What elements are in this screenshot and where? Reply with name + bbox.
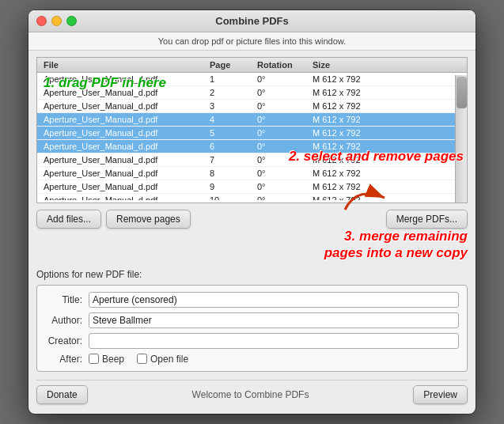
scrollbar[interactable] xyxy=(455,75,467,203)
titlebar: Combine PDFs xyxy=(28,10,476,32)
beep-checkbox[interactable] xyxy=(89,354,99,364)
col-file: File xyxy=(40,59,207,70)
title-input[interactable] xyxy=(89,292,459,308)
add-files-button[interactable]: Add files... xyxy=(36,210,101,229)
open-file-label: Open file xyxy=(150,354,188,365)
cell-size: M 612 x 792 xyxy=(309,168,464,179)
table-header: File Page Rotation Size xyxy=(37,58,467,73)
cell-rotation: 0° xyxy=(254,127,309,138)
table-body[interactable]: Aperture_User_Manual_d.pdf 1 0° M 612 x … xyxy=(37,73,467,200)
scrollbar-thumb[interactable] xyxy=(457,77,467,108)
close-button[interactable] xyxy=(36,16,47,26)
cell-file: Aperture_User_Manual_d.pdf xyxy=(40,114,207,125)
cell-rotation: 0° xyxy=(254,168,309,179)
file-table[interactable]: File Page Rotation Size Aperture_User_Ma… xyxy=(36,57,468,203)
cell-page: 1 xyxy=(207,74,254,85)
table-row[interactable]: Aperture_User_Manual_d.pdf 7 0° M 612 x … xyxy=(37,153,467,167)
arrow-icon xyxy=(341,182,388,214)
cell-size: M 612 x 792 xyxy=(309,114,464,125)
footer: Donate Welcome to Combine PDFs Preview xyxy=(36,380,468,407)
cell-rotation: 0° xyxy=(254,154,309,165)
table-row[interactable]: Aperture_User_Manual_d.pdf 2 0° M 612 x … xyxy=(37,86,467,100)
cell-page: 5 xyxy=(207,127,254,138)
cell-rotation: 0° xyxy=(254,181,309,192)
cell-page: 2 xyxy=(207,87,254,98)
remove-pages-button[interactable]: Remove pages xyxy=(106,210,191,229)
table-row[interactable]: Aperture_User_Manual_d.pdf 1 0° M 612 x … xyxy=(37,73,467,86)
author-row: Author: xyxy=(45,312,459,328)
author-input[interactable] xyxy=(89,312,459,328)
cell-rotation: 0° xyxy=(254,74,309,85)
preview-button[interactable]: Preview xyxy=(413,385,468,404)
cell-file: Aperture_User_Manual_d.pdf xyxy=(40,74,207,85)
cell-rotation: 0° xyxy=(254,141,309,152)
left-buttons: Add files... Remove pages xyxy=(36,210,191,229)
table-row[interactable]: Aperture_User_Manual_d.pdf 10 0° M 612 x… xyxy=(37,194,467,200)
title-label: Title: xyxy=(45,294,89,305)
maximize-button[interactable] xyxy=(66,16,77,26)
cell-file: Aperture_User_Manual_d.pdf xyxy=(40,168,207,179)
col-page: Page xyxy=(207,59,254,70)
cell-rotation: 0° xyxy=(254,87,309,98)
cell-file: Aperture_User_Manual_d.pdf xyxy=(40,87,207,98)
author-label: Author: xyxy=(45,315,89,326)
table-row[interactable]: Aperture_User_Manual_d.pdf 5 0° M 612 x … xyxy=(37,127,467,140)
cell-size: M 612 x 792 xyxy=(309,87,464,98)
cell-file: Aperture_User_Manual_d.pdf xyxy=(40,100,207,112)
cell-page: 7 xyxy=(207,154,254,165)
options-section: Options for new PDF file: Title: Author:… xyxy=(36,269,468,372)
cell-file: Aperture_User_Manual_d.pdf xyxy=(40,181,207,192)
cell-page: 3 xyxy=(207,100,254,112)
annotation3-container: 3. merge remainingpages into a new copy xyxy=(36,229,468,261)
cell-page: 4 xyxy=(207,114,254,125)
cell-page: 9 xyxy=(207,181,254,192)
merge-pdfs-button[interactable]: Merge PDFs... xyxy=(386,210,468,229)
creator-row: Creator: xyxy=(45,333,459,349)
cell-file: Aperture_User_Manual_d.pdf xyxy=(40,141,207,152)
cell-size: M 612 x 792 xyxy=(309,154,464,165)
cell-page: 8 xyxy=(207,168,254,179)
cell-rotation: 0° xyxy=(254,114,309,125)
table-row[interactable]: Aperture_User_Manual_d.pdf 6 0° M 612 x … xyxy=(37,140,467,153)
title-row: Title: xyxy=(45,292,459,308)
creator-input[interactable] xyxy=(89,333,459,349)
cell-file: Aperture_User_Manual_d.pdf xyxy=(40,154,207,165)
cell-size: M 612 x 792 xyxy=(309,141,464,152)
creator-label: Creator: xyxy=(45,335,89,346)
minimize-button[interactable] xyxy=(51,16,62,26)
cell-file: Aperture_User_Manual_d.pdf xyxy=(40,195,207,200)
options-label: Options for new PDF file: xyxy=(36,269,468,280)
cell-size: M 612 x 792 xyxy=(309,74,464,85)
content-area: File Page Rotation Size Aperture_User_Ma… xyxy=(28,51,476,414)
footer-status: Welcome to Combine PDFs xyxy=(88,389,414,400)
window-inner: File Page Rotation Size Aperture_User_Ma… xyxy=(36,57,468,203)
cell-page: 10 xyxy=(207,195,254,200)
table-row[interactable]: Aperture_User_Manual_d.pdf 4 0° M 612 x … xyxy=(37,113,467,127)
col-rotation: Rotation xyxy=(254,59,309,70)
table-row[interactable]: Aperture_User_Manual_d.pdf 3 0° M 612 x … xyxy=(37,100,467,113)
info-bar: You can drop pdf or picture files into t… xyxy=(28,32,476,51)
open-file-checkbox[interactable] xyxy=(137,354,147,364)
options-box: Title: Author: Creator: After: Beep xyxy=(36,285,468,372)
col-size: Size xyxy=(309,59,464,70)
button-row: Add files... Remove pages Merge PDFs... xyxy=(36,210,468,229)
cell-size: M 612 x 792 xyxy=(309,127,464,138)
main-window: Combine PDFs You can drop pdf or picture… xyxy=(28,10,476,414)
cell-rotation: 0° xyxy=(254,100,309,112)
traffic-lights xyxy=(36,16,77,26)
cell-rotation: 0° xyxy=(254,195,309,200)
checkbox-group: Beep Open file xyxy=(89,354,188,365)
after-row: After: Beep Open file xyxy=(45,354,459,365)
window-title: Combine PDFs xyxy=(215,15,288,27)
cell-file: Aperture_User_Manual_d.pdf xyxy=(40,127,207,138)
after-label: After: xyxy=(45,354,89,365)
donate-button[interactable]: Donate xyxy=(36,385,88,404)
cell-page: 6 xyxy=(207,141,254,152)
table-row[interactable]: Aperture_User_Manual_d.pdf 8 0° M 612 x … xyxy=(37,167,467,180)
table-row[interactable]: Aperture_User_Manual_d.pdf 9 0° M 612 x … xyxy=(37,180,467,194)
beep-label: Beep xyxy=(102,354,124,365)
merge-container: Merge PDFs... xyxy=(386,210,468,229)
cell-size: M 612 x 792 xyxy=(309,100,464,112)
annotation-step3: 3. merge remainingpages into a new copy xyxy=(36,229,468,261)
